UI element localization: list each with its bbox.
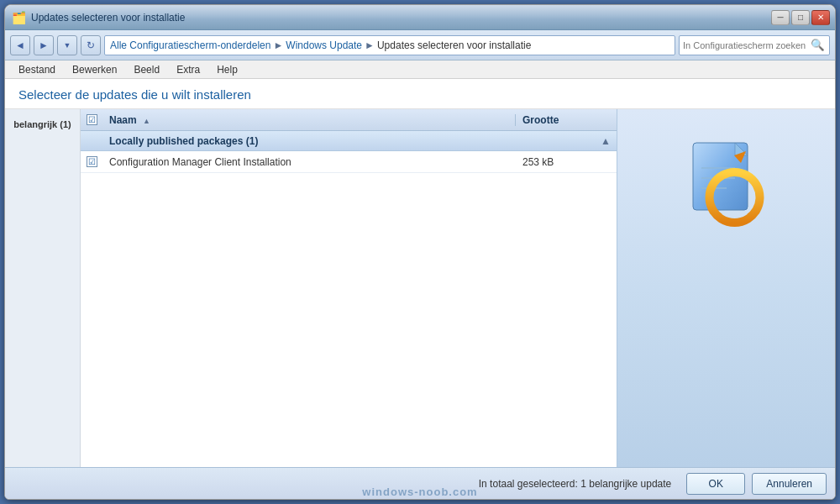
breadcrumb-part3: Updates selecteren voor installatie — [377, 39, 531, 51]
refresh-button[interactable]: ↻ — [81, 35, 101, 55]
header-checkbox[interactable]: ☑ — [87, 114, 97, 125]
menu-bestand[interactable]: Bestand — [12, 62, 62, 77]
group-header: Locally published packages (1) ▲ — [81, 131, 617, 151]
window-controls: ─ □ ✕ — [771, 10, 830, 25]
group-header-text: Locally published packages (1) — [102, 135, 595, 147]
dropdown-button[interactable]: ▼ — [57, 35, 77, 55]
right-decorative-panel — [617, 109, 835, 467]
menu-help[interactable]: Help — [210, 62, 244, 77]
breadcrumb-part1[interactable]: Alle Configuratiescherm-onderdelen — [110, 39, 270, 51]
menu-bewerken[interactable]: Bewerken — [66, 62, 123, 77]
list-header: ☑ Naam ▲ Grootte — [81, 109, 617, 131]
title-bar: 🗂️ Updates selecteren voor installatie ─… — [5, 5, 835, 30]
category-label: belangrijk (1) — [10, 116, 74, 133]
row-size: 253 kB — [516, 156, 617, 168]
sort-arrow-icon: ▲ — [143, 117, 150, 125]
left-panel: belangrijk (1) — [5, 109, 81, 467]
close-button[interactable]: ✕ — [811, 10, 830, 25]
ok-button[interactable]: OK — [686, 473, 745, 495]
breadcrumb: Alle Configuratiescherm-onderdelen ► Win… — [104, 35, 675, 55]
cancel-button[interactable]: Annuleren — [752, 473, 827, 495]
breadcrumb-arrow2: ► — [365, 39, 375, 51]
back-button[interactable]: ◄ — [10, 35, 30, 55]
address-bar: ◄ ► ▼ ↻ Alle Configuratiescherm-onderdel… — [5, 30, 835, 60]
content-area: belangrijk (1) ☑ Naam ▲ Grootte — [5, 109, 835, 467]
breadcrumb-part2[interactable]: Windows Update — [286, 39, 362, 51]
maximize-button[interactable]: □ — [791, 10, 810, 25]
row-checkbox-col: ☑ — [81, 156, 102, 167]
minimize-button[interactable]: ─ — [771, 10, 790, 25]
watermark: windows-noob.com — [362, 486, 477, 498]
window-title: Updates selecteren voor installatie — [31, 12, 185, 24]
menu-bar: Bestand Bewerken Beeld Extra Help — [5, 60, 835, 79]
menu-beeld[interactable]: Beeld — [127, 62, 166, 77]
search-box: 🔍 — [679, 35, 830, 55]
table-row: ☑ Configuration Manager Client Installat… — [81, 151, 617, 173]
header-name-col[interactable]: Naam ▲ — [102, 114, 516, 126]
window-icon: 🗂️ — [12, 11, 26, 24]
header-checkbox-col: ☑ — [81, 114, 102, 125]
status-summary-text: In totaal geselecteerd: 1 belangrijke up… — [13, 478, 680, 490]
main-content: Selecteer de updates die u wilt installe… — [5, 79, 835, 467]
update-list-area: ☑ Naam ▲ Grootte Locally published packa… — [81, 109, 617, 467]
breadcrumb-arrow1: ► — [273, 39, 283, 51]
header-size-col[interactable]: Grootte — [516, 114, 617, 126]
menu-extra[interactable]: Extra — [170, 62, 207, 77]
search-icon-button[interactable]: 🔍 — [809, 37, 826, 54]
row-name: Configuration Manager Client Installatio… — [102, 156, 516, 168]
windows-update-logo — [680, 134, 773, 235]
page-title: Selecteer de updates die u wilt installe… — [5, 79, 835, 109]
forward-button[interactable]: ► — [34, 35, 54, 55]
row-checkbox[interactable]: ☑ — [87, 156, 97, 167]
group-collapse-button[interactable]: ▲ — [595, 135, 617, 147]
search-input[interactable] — [683, 40, 809, 50]
